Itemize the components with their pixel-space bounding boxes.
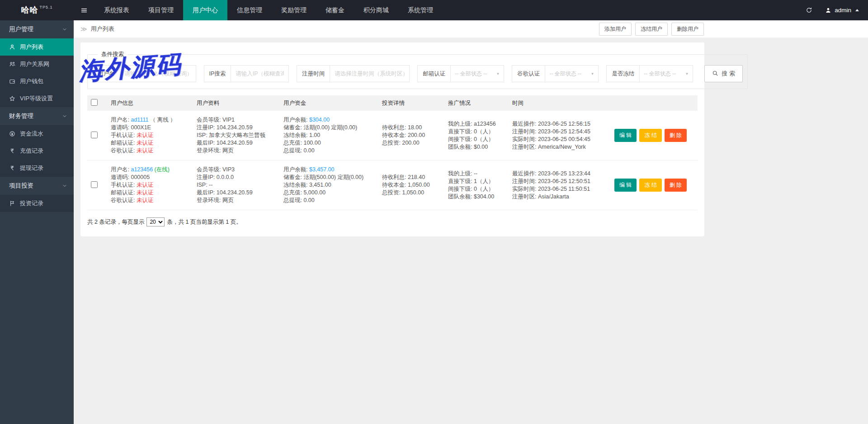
sidebar-item-invest-records[interactable]: 投资记录 [0,195,74,212]
search-fieldset: 条件搜索 用户名IP搜索注册时间邮箱认证-- 全部状态 --▼谷歌认证-- 全部… [87,51,748,89]
cell-line: 最后IP: 104.234.20.59 [197,139,276,147]
sidebar-item-user-list[interactable]: 用户列表 [0,38,74,56]
cell-line: 总投资: 200.00 [382,139,441,147]
email-verify-select[interactable]: -- 全部状态 --▼ [451,65,504,82]
nav-item-info-manage[interactable]: 信息管理 [227,0,272,20]
select-value: -- 全部状态 -- [549,70,581,78]
wallet-icon [9,78,16,85]
cell-line: 最后IP: 104.234.20.59 [197,189,276,197]
cell-line: 总提现: 0.00 [283,147,375,155]
delete-button[interactable]: 删 除 [665,129,687,142]
search-button[interactable]: 搜 索 [704,65,743,82]
column-header: 推广情况 [444,95,509,111]
header-right: admin [798,0,868,20]
google-verify-select[interactable]: -- 全部状态 --▼ [545,65,599,82]
freeze-button[interactable]: 冻 结 [639,129,661,142]
chevron-down-icon: ▼ [496,72,500,76]
sidebar-group-user-manage[interactable]: 用户管理 [0,20,74,38]
row-checkbox[interactable] [91,181,98,188]
freeze-button[interactable]: 冻 结 [639,179,661,192]
cell-text: 谷歌认证: [111,147,137,154]
cell-text: 间接下级: 0（人） [448,186,494,192]
cell-line: 最近操作: 2023-06-25 12:56:15 [512,120,607,128]
nav-item-label: 信息管理 [237,6,262,14]
star-icon [9,95,16,102]
sidebar-item-fund-flow[interactable]: 资金流水 [0,125,74,142]
page-toolbar: 添加用户冻结用户删除用户 [595,23,704,36]
amount-text: $3,457.00 [309,166,335,173]
sidebar-item-vip-level[interactable]: VIP等级设置 [0,90,74,107]
edit-button[interactable]: 编 辑 [614,129,637,142]
nav-item-system-manage[interactable]: 系统管理 [398,0,443,20]
sidebar-group-label: 项目投资 [9,182,33,190]
nav-item-label: 奖励管理 [281,6,307,14]
table-cell: 待收利息: 218.40待收本金: 1,050.00总投资: 1,050.00 [378,160,444,210]
nav-item-points-mall[interactable]: 积分商城 [354,0,398,20]
cell-line: 谷歌认证: 未认证 [111,197,189,204]
ip-input[interactable] [231,65,289,82]
register-time-input[interactable] [330,65,410,82]
filter-username: 用户名 [92,65,196,82]
row-checkbox[interactable] [91,132,98,138]
nav-item-reward-manage[interactable]: 奖励管理 [272,0,316,20]
select-value: -- 全部状态 -- [644,70,676,78]
breadcrumb-inner: ≫ 用户列表 添加用户冻结用户删除用户 [74,23,704,36]
username-input[interactable] [120,65,196,82]
page-size-select[interactable]: 20 [146,217,165,226]
hamburger-icon[interactable] [74,0,94,20]
sidebar-group-label: 财务管理 [9,112,33,120]
add-user-button[interactable]: 添加用户 [599,23,632,36]
edit-button[interactable]: 编 辑 [614,179,637,192]
row-actions-cell: 编 辑冻 结删 除 [611,160,698,210]
cell-line: 会员等级: VIP3 [197,166,276,174]
cell-line: 直接下级: 1（人） [448,178,505,185]
chevron-down-icon [62,183,67,188]
breadcrumb: 用户列表 [91,25,114,33]
chevron-down-icon [62,27,67,32]
sidebar-item-user-wallet[interactable]: 用户钱包 [0,73,74,90]
cell-text: 邀请码: 000005 [111,174,150,180]
cell-line: 储蓄金: 活期(0.00) 定期(0.00) [283,124,375,132]
column-header: 用户资金 [280,95,378,111]
sidebar-item-withdraw-records[interactable]: 提现记录 [0,160,74,177]
username-link[interactable]: ad1111 [131,117,148,123]
sidebar-group-finance-manage[interactable]: 财务管理 [0,107,74,125]
cell-line: 直接下级: 0（人） [448,128,505,136]
nav-item-system-report[interactable]: 系统报表 [94,0,139,20]
cell-text: 储蓄金: 活期(0.00) 定期(0.00) [283,124,357,131]
filter-label: 谷歌认证 [512,65,545,82]
chevron-down-icon: ▼ [590,72,594,76]
sidebar-item-recharge-records[interactable]: 充值记录 [0,142,74,160]
nav-item-project-manage[interactable]: 项目管理 [139,0,183,20]
cell-text: 手机认证: [111,132,137,138]
filters-row: 用户名IP搜索注册时间邮箱认证-- 全部状态 --▼谷歌认证-- 全部状态 --… [92,65,743,82]
filter-label: IP搜索 [204,65,231,82]
cell-line: 注册时间: 2023-06-25 12:54:45 [512,128,607,136]
nav-item-user-center[interactable]: 用户中心 [183,0,227,20]
frozen-status-select[interactable]: -- 全部状态 --▼ [640,65,693,82]
delete-user-button[interactable]: 删除用户 [671,23,704,36]
cell-line: 手机认证: 未认证 [111,181,189,189]
unverified-text: 未认证 [137,140,154,146]
row-actions-cell: 编 辑冻 结删 除 [611,111,698,160]
sidebar-item-user-relations[interactable]: 用户关系网 [0,56,74,73]
cell-text: 登录环境: 网页 [197,197,234,203]
nav-item-label: 系统管理 [408,6,433,14]
user-menu[interactable]: admin [820,0,868,20]
table-header-row: 用户信息用户资料用户资金投资详情推广情况时间 [87,95,698,111]
breadcrumb-icon: ≫ [80,25,87,33]
column-header: 用户资料 [193,95,280,111]
select-all-checkbox[interactable] [91,99,98,106]
table-body: 用户名: ad1111 （ 离线 ）邀请码: 000X1E手机认证: 未认证邮箱… [87,111,698,210]
refresh-icon[interactable] [798,0,820,20]
freeze-user-button[interactable]: 冻结用户 [635,23,668,36]
cell-line: 团队余额: $304.00 [448,193,505,201]
nav-item-savings[interactable]: 储蓄金 [316,0,354,20]
table-cell: 用户余额: $3,457.00储蓄金: 活期(500.00) 定期(0.00)冻… [280,160,378,210]
username-link[interactable]: a123456 [131,166,153,173]
cell-text: 用户余额: [283,166,309,173]
delete-button[interactable]: 删 除 [665,179,687,192]
filter-email-verify: 邮箱认证-- 全部状态 --▼ [417,65,504,82]
sidebar-group-project-invest[interactable]: 项目投资 [0,177,74,195]
unverified-text: 未认证 [137,189,154,196]
